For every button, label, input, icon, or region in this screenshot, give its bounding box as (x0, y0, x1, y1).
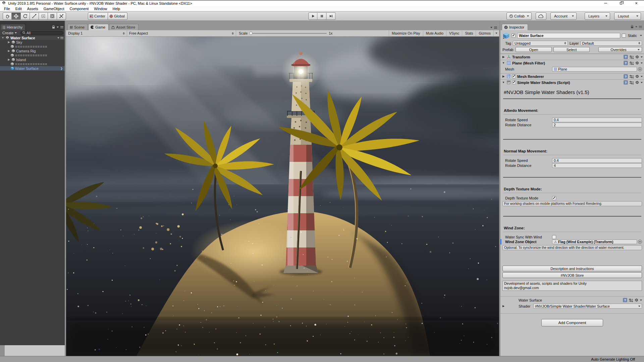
hierarchy-scrollbar-area[interactable] (0, 345, 65, 356)
scene-menu-icon[interactable] (60, 37, 63, 39)
help-icon[interactable]: ? (624, 80, 628, 85)
layout-dropdown[interactable]: Layout (614, 12, 641, 20)
pane-menu-icon[interactable] (639, 26, 642, 28)
help-icon[interactable]: ? (624, 61, 628, 65)
menu-gameobject[interactable]: GameObject (41, 7, 67, 11)
menu-help[interactable]: Help (110, 7, 123, 11)
hierarchy-item-sky[interactable]: ▶ Sky (0, 40, 65, 44)
menu-window[interactable]: Window (91, 7, 110, 11)
gear-caret-icon[interactable] (641, 62, 643, 64)
component-enabled-checkbox[interactable] (512, 75, 516, 78)
static-caret-icon[interactable] (640, 35, 642, 36)
water-sync-checkbox[interactable] (552, 235, 556, 239)
gear-icon[interactable] (635, 61, 639, 65)
foldout-icon[interactable]: ▼ (502, 61, 505, 64)
scale-slider[interactable] (250, 33, 327, 34)
gear-caret-icon[interactable] (641, 56, 643, 58)
auto-generate-lighting-status[interactable]: Auto Generate Lighting Off (591, 357, 635, 361)
pane-menu-icon[interactable] (60, 26, 63, 28)
hierarchy-item-water-surface[interactable]: Water Surface ❯ (0, 66, 65, 71)
gear-icon[interactable] (635, 55, 639, 59)
presets-icon[interactable] (629, 61, 634, 65)
vsync-toggle[interactable]: VSync (446, 30, 462, 36)
foldout-icon[interactable]: ▶ (502, 75, 505, 78)
scene-caret-icon[interactable] (57, 37, 59, 39)
shader-dropdown[interactable]: #NVJOB/Simple Water Shader/Water Surface (533, 304, 642, 309)
pivot-global-button[interactable]: Global (108, 12, 127, 20)
nav-arrow-icon[interactable]: ❯ (60, 67, 63, 70)
display-dropdown[interactable]: Display 1 (66, 30, 127, 36)
hierarchy-item-island[interactable]: ▶ Island (0, 57, 65, 62)
hierarchy-separator[interactable]: ============= (0, 53, 65, 57)
account-dropdown[interactable]: Account (550, 12, 577, 20)
mesh-filter-component-header[interactable]: ▼ Plane (Mesh Filter) ? (500, 60, 644, 66)
mute-audio-toggle[interactable]: Mute Audio (423, 30, 446, 36)
gameobject-icon[interactable] (502, 32, 510, 39)
lock-icon[interactable] (52, 25, 55, 29)
pivot-center-button[interactable]: Center (88, 12, 108, 20)
rect-tool-button[interactable] (39, 12, 48, 20)
pane-caret-icon[interactable] (635, 26, 637, 28)
pane-caret-icon[interactable] (57, 27, 59, 28)
depth-texture-mode-checkbox[interactable] (552, 196, 556, 200)
albedo-rotate-distance-field[interactable]: 2 (552, 123, 642, 127)
menu-component[interactable]: Component (67, 7, 91, 11)
object-picker-icon[interactable] (638, 240, 642, 244)
material-foldout-icon[interactable]: ▶ (502, 305, 506, 308)
collab-button[interactable]: Collab (506, 12, 532, 20)
scale-slider-knob[interactable] (249, 32, 253, 35)
tab-inspector[interactable]: i Inspector (502, 24, 528, 30)
lock-icon[interactable] (631, 25, 634, 29)
foldout-icon[interactable]: ▼ (502, 81, 505, 84)
description-instructions-button[interactable]: Description and Instructions (502, 266, 642, 271)
cloud-button[interactable] (536, 12, 546, 20)
play-button[interactable] (309, 12, 318, 20)
expander-icon[interactable]: ▶ (7, 49, 10, 52)
tag-dropdown[interactable]: Untagged (513, 41, 568, 46)
prefab-open-button[interactable]: Open (516, 47, 552, 52)
pane-menu-icon[interactable] (494, 27, 497, 29)
minimize-button[interactable] (598, 0, 613, 6)
scale-tool-button[interactable] (30, 12, 39, 20)
layers-dropdown[interactable]: Layers (585, 12, 610, 20)
transform-component-header[interactable]: ▶ Transform ? (500, 54, 644, 60)
presets-icon[interactable] (629, 55, 634, 59)
create-button[interactable]: Create (1, 31, 18, 35)
custom-tool-button[interactable] (57, 12, 66, 20)
tab-scene[interactable]: Scene (67, 24, 88, 30)
step-button[interactable] (327, 12, 336, 20)
expander-icon[interactable]: ▶ (7, 58, 10, 61)
layer-dropdown[interactable]: Default (581, 41, 642, 46)
help-icon[interactable]: ? (623, 298, 627, 302)
scene-row[interactable]: ▼ Water Surface (0, 36, 65, 40)
hand-tool-button[interactable] (3, 12, 12, 20)
hierarchy-separator[interactable]: ============= (0, 62, 65, 66)
stats-toggle[interactable]: Stats (462, 30, 476, 36)
hierarchy-item-camera-rig[interactable]: ▶ Camera Rig (0, 49, 65, 53)
close-button[interactable]: × (629, 0, 644, 6)
mesh-object-field[interactable]: Plane (552, 67, 637, 72)
gear-caret-icon[interactable] (640, 300, 642, 301)
static-checkbox[interactable] (622, 34, 626, 38)
help-icon[interactable]: ? (624, 74, 628, 79)
gear-caret-icon[interactable] (641, 76, 643, 77)
gear-icon[interactable] (634, 298, 639, 302)
prefab-overrides-dropdown[interactable]: Overrides (598, 47, 642, 52)
game-viewport[interactable] (66, 37, 499, 356)
component-enabled-checkbox[interactable] (512, 81, 516, 84)
nvjob-store-button[interactable]: #NVJOB Store (502, 272, 642, 278)
maximize-on-play-toggle[interactable]: Maximize On Play (389, 30, 423, 36)
tab-game[interactable]: Game (88, 24, 109, 30)
menu-edit[interactable]: Edit (13, 7, 24, 11)
normal-rotate-distance-field[interactable]: 4 (552, 163, 642, 168)
normal-rotate-speed-field[interactable]: 0.4 (552, 158, 642, 163)
foldout-icon[interactable]: ▶ (502, 55, 505, 58)
pane-caret-icon[interactable] (490, 27, 492, 28)
pause-button[interactable] (318, 12, 327, 20)
presets-icon[interactable] (629, 75, 634, 79)
tab-asset-store[interactable]: Asset Store (109, 24, 139, 30)
presets-icon[interactable] (629, 298, 633, 302)
menu-file[interactable]: File (1, 7, 13, 11)
expander-icon[interactable]: ▶ (7, 41, 10, 44)
help-icon[interactable]: ? (624, 55, 628, 59)
